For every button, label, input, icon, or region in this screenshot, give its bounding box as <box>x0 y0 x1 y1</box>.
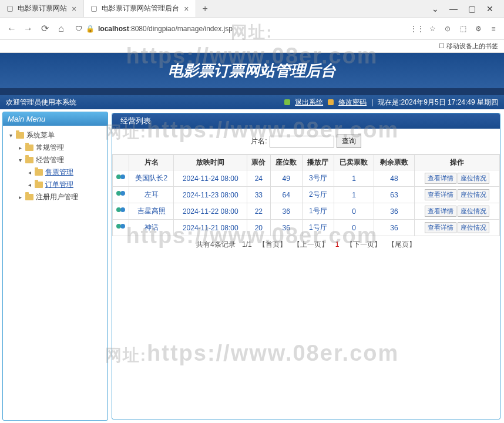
cell-seats: 64 <box>270 187 302 203</box>
minimize-icon[interactable]: — <box>449 4 458 14</box>
banner-divider <box>0 88 504 95</box>
address-bar[interactable]: 🛡 🔒 localhost:8080/dingpiao/manage/index… <box>72 24 408 34</box>
tree-item-ticket[interactable]: ◂ 售票管理 <box>24 166 105 179</box>
tab-favicon <box>91 6 97 12</box>
cell-remain: 36 <box>374 220 414 236</box>
forward-button[interactable]: → <box>22 24 34 34</box>
back-button[interactable]: ← <box>6 24 18 34</box>
menu-icon[interactable]: ≡ <box>489 24 498 33</box>
cell-sold: 1 <box>334 170 374 187</box>
sidebar-header: Main Menu <box>3 112 107 126</box>
cell-hall: 1号厅 <box>302 203 334 220</box>
pager: 共有4条记录 1/1 【首页】 【上一页】 1 【下一页】 【尾页】 <box>112 236 500 253</box>
logout-lock-icon <box>284 99 290 105</box>
cell-time: 2024-11-21 08:00 <box>174 220 247 236</box>
qr-icon[interactable]: ⋮⋮ <box>412 24 422 33</box>
new-tab-button[interactable]: + <box>196 1 213 16</box>
search-row: 片名: 查询 <box>112 129 500 155</box>
cell-sold: 0 <box>334 220 374 236</box>
tree-label: 系统菜单 <box>26 130 55 140</box>
home-button[interactable]: ⌂ <box>55 24 67 34</box>
welcome-text: 欢迎管理员使用本系统 <box>6 98 284 108</box>
pager-last[interactable]: 【尾页】 <box>388 240 416 249</box>
view-detail-button[interactable]: 查看详情 <box>425 222 456 233</box>
logout-link[interactable]: 退出系统 <box>295 98 323 108</box>
tree-label[interactable]: 售票管理 <box>45 167 73 177</box>
cell-name: 左耳 <box>129 187 174 203</box>
col-seats: 座位数 <box>270 155 302 170</box>
folder-icon <box>16 132 24 139</box>
cell-time: 2024-11-22 08:00 <box>174 203 247 220</box>
cell-sold: 0 <box>334 203 374 220</box>
seat-status-button[interactable]: 座位情况 <box>458 222 489 233</box>
browser-tab-strip: 电影票订票网站 × 电影票订票网站管理后台 × + ⌄ — ▢ ✕ <box>0 0 504 18</box>
seat-status-button[interactable]: 座位情况 <box>458 206 489 217</box>
mobile-bookmarks-link[interactable]: ☐ 移动设备上的书签 <box>439 42 498 51</box>
col-name: 片名 <box>129 155 174 170</box>
view-detail-button[interactable]: 查看详情 <box>425 173 456 184</box>
tab-close-icon[interactable]: × <box>72 4 76 14</box>
close-icon[interactable]: ✕ <box>486 4 493 14</box>
tree-toggle-icon[interactable]: ▸ <box>17 145 23 151</box>
cell-price: 20 <box>247 220 271 236</box>
search-button[interactable]: 查询 <box>337 135 361 148</box>
extensions-icon[interactable]: ⬚ <box>458 24 468 33</box>
window-controls: ⌄ — ▢ ✕ <box>432 4 504 14</box>
cell-remain: 36 <box>374 203 414 220</box>
cell-time: 2024-11-24 08:00 <box>174 170 247 187</box>
col-time: 放映时间 <box>174 155 247 170</box>
col-hall: 播放厅 <box>302 155 334 170</box>
seat-status-button[interactable]: 座位情况 <box>458 189 489 200</box>
folder-icon <box>25 157 33 163</box>
seat-status-button[interactable]: 座位情况 <box>458 173 489 184</box>
maximize-icon[interactable]: ▢ <box>468 4 476 14</box>
tree-item-users[interactable]: ▸ 注册用户管理 <box>15 191 105 203</box>
browser-tab-active[interactable]: 电影票订票网站管理后台 × <box>84 0 196 17</box>
tree-toggle-icon[interactable]: ▾ <box>17 157 23 163</box>
table-row: 吉星高照2024-11-22 08:0022361号厅036查看详情座位情况 <box>113 203 500 220</box>
account-icon[interactable]: ⊙ <box>443 24 452 33</box>
cell-ops: 查看详情座位情况 <box>414 220 499 236</box>
url-path: :8080/dingpiao/manage/index.jsp <box>129 25 233 33</box>
cell-seats: 36 <box>270 220 302 236</box>
cell-hall: 2号厅 <box>302 187 334 203</box>
tab-favicon <box>7 6 13 12</box>
lock-icon: 🔒 <box>86 25 95 33</box>
search-input[interactable] <box>270 136 334 147</box>
persons-icon <box>116 174 126 183</box>
cell-name: 美国队长2 <box>129 170 174 187</box>
pager-first[interactable]: 【首页】 <box>258 240 287 249</box>
pager-prev[interactable]: 【上一页】 <box>293 240 328 249</box>
sidebar: Main Menu ▾ 系统菜单 ▸ 常规管理 ▾ 经营管理 <box>2 112 108 421</box>
refresh-button[interactable]: ⟳ <box>39 23 51 34</box>
cell-hall: 1号厅 <box>302 220 334 236</box>
cell-hall: 3号厅 <box>302 170 334 187</box>
view-detail-button[interactable]: 查看详情 <box>425 189 456 200</box>
star-icon[interactable]: ☆ <box>428 24 437 33</box>
tree-item-general[interactable]: ▸ 常规管理 <box>15 142 105 154</box>
cell-price: 24 <box>247 170 271 187</box>
content-panel: 经营列表 片名: 查询 片名 放映时间 票价 座位数 播放厅 已卖票数 剩余票数… <box>112 113 500 419</box>
tree-toggle-icon[interactable]: ▸ <box>17 194 23 200</box>
tree-item-business[interactable]: ▾ 经营管理 <box>15 154 105 166</box>
tree-toggle-icon[interactable]: ▾ <box>8 132 14 139</box>
table-header-row: 片名 放映时间 票价 座位数 播放厅 已卖票数 剩余票数 操作 <box>113 155 500 170</box>
browser-tab[interactable]: 电影票订票网站 × <box>0 0 84 17</box>
persons-icon <box>116 224 126 232</box>
settings-icon[interactable]: ⚙ <box>473 24 483 33</box>
change-password-link[interactable]: 修改密码 <box>338 98 367 108</box>
bookmark-bar: ☐ 移动设备上的书签 <box>0 40 504 53</box>
view-detail-button[interactable]: 查看详情 <box>425 206 456 217</box>
url-host: localhost <box>98 25 129 33</box>
tree-label[interactable]: 订单管理 <box>45 180 73 190</box>
cell-seats: 49 <box>270 170 302 187</box>
nav-tree: ▾ 系统菜单 ▸ 常规管理 ▾ 经营管理 ◂ <box>3 126 107 207</box>
tree-root[interactable]: ▾ 系统菜单 <box>5 129 105 142</box>
folder-icon <box>35 169 43 176</box>
cell-name: 吉星高照 <box>129 203 174 220</box>
pager-next[interactable]: 【下一页】 <box>346 240 381 249</box>
tree-item-order[interactable]: ◂ 订单管理 <box>24 179 105 191</box>
chevron-down-icon[interactable]: ⌄ <box>432 4 439 14</box>
tab-close-icon[interactable]: × <box>184 4 189 14</box>
search-label: 片名: <box>251 136 267 146</box>
